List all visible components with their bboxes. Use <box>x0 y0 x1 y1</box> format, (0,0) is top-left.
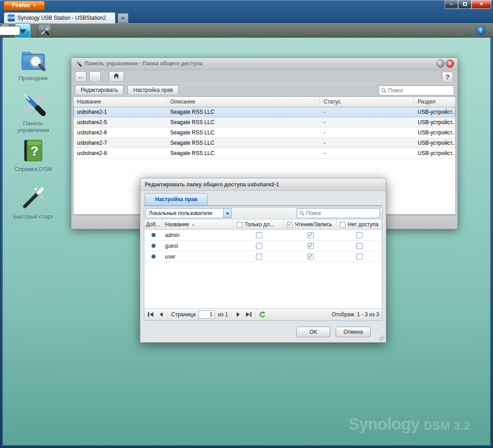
cell-username: admin <box>162 230 234 240</box>
window-controls: – × <box>445 0 491 9</box>
column-header[interactable]: Раздел <box>414 97 455 107</box>
refresh-icon <box>259 311 266 318</box>
read-only-all-checkbox[interactable] <box>237 222 242 228</box>
next-page-icon <box>236 312 240 317</box>
column-header[interactable]: Описание <box>167 97 320 107</box>
window-minimize-button[interactable] <box>437 60 445 68</box>
read-only-checkbox[interactable] <box>256 232 262 238</box>
dialog-body: Настройка прав Локальные пользователи <box>144 193 382 342</box>
cell-add <box>144 241 162 251</box>
firefox-window: Firefox▼ – × DSM Synology USB Station - … <box>0 0 493 448</box>
tools-icon <box>75 60 82 67</box>
browser-search-input[interactable] <box>0 26 18 35</box>
shares-search-input[interactable] <box>379 86 454 95</box>
cell-name: usbshare2-5 <box>74 117 167 127</box>
read-write-checkbox[interactable] <box>307 232 314 238</box>
next-page-button[interactable] <box>235 311 242 318</box>
users-search-box <box>297 208 380 218</box>
cancel-button[interactable]: Отмена <box>336 327 371 337</box>
no-access-checkbox[interactable] <box>356 243 363 249</box>
desktop-icon-file-browser[interactable]: Проводник <box>8 47 58 82</box>
control-panel-toolbar-button[interactable] <box>38 24 52 38</box>
column-header-no-access[interactable]: Нет доступа <box>337 220 382 229</box>
users-search-input[interactable] <box>297 209 380 218</box>
page-number-input[interactable] <box>199 310 215 319</box>
cell-description: Seagate RSS LLC <box>167 128 320 138</box>
tab-title: Synology USB Station - USBStation2 <box>17 15 106 21</box>
tools-icon <box>40 26 50 36</box>
control-panel-title: Панель управления - Папка общего доступа <box>85 60 203 67</box>
table-row[interactable]: usbshare2-7 Seagate RSS LLC - USB-устрой… <box>74 138 455 148</box>
new-tab-button[interactable]: + <box>117 13 129 23</box>
last-page-button[interactable] <box>245 311 252 318</box>
back-button[interactable]: ← <box>75 71 86 82</box>
forward-button[interactable]: → <box>89 71 101 82</box>
user-row[interactable]: guest <box>144 241 382 251</box>
read-write-checkbox[interactable] <box>307 243 314 249</box>
read-only-checkbox[interactable] <box>256 243 262 249</box>
user-type-dropdown[interactable]: Локальные пользователи <box>146 208 232 218</box>
resize-handle[interactable] <box>379 336 385 341</box>
no-access-all-checkbox[interactable] <box>340 222 346 228</box>
quick-start-icon <box>20 185 47 211</box>
desktop-icon-label: Справка DSM <box>8 166 58 172</box>
desktop-icon-label: Быстрый старт <box>8 213 58 220</box>
prev-page-button[interactable] <box>157 311 164 318</box>
browser-tab[interactable]: DSM Synology USB Station - USBStation2 <box>4 12 116 23</box>
chevron-down-icon <box>223 209 231 218</box>
cell-name: usbshare2-1 <box>74 107 167 117</box>
ok-button[interactable]: OK <box>296 327 330 337</box>
browser-search-box <box>0 26 20 35</box>
help-button[interactable]: ? <box>442 72 453 82</box>
maximize-icon <box>463 2 467 6</box>
table-row[interactable]: usbshare2-1 Seagate RSS LLC - USB-устрой… <box>74 107 455 117</box>
user-row[interactable]: user <box>144 251 382 262</box>
control-panel-navrow: ← → ? <box>71 70 458 83</box>
cell-username: guest <box>162 241 234 251</box>
column-header-read-only[interactable]: Только дл... <box>234 220 284 229</box>
tab-privileges-setup[interactable]: Настройка прав <box>145 193 208 205</box>
no-access-checkbox[interactable] <box>356 254 363 260</box>
no-access-checkbox[interactable] <box>356 232 363 238</box>
minimize-button[interactable]: – <box>445 0 458 9</box>
read-write-checkbox[interactable] <box>307 254 314 260</box>
read-only-checkbox[interactable] <box>256 254 262 260</box>
column-label: Только дл... <box>245 221 274 228</box>
column-header[interactable]: Название <box>74 97 167 107</box>
desktop-icon-quick-start[interactable]: Быстрый старт <box>8 185 58 220</box>
column-header[interactable]: Статус <box>320 97 414 107</box>
cell-volume: USB-устройст... <box>414 138 455 148</box>
read-write-all-checkbox[interactable] <box>287 222 293 228</box>
window-close-button[interactable]: × <box>446 60 454 68</box>
close-button[interactable]: × <box>471 0 491 9</box>
cell-add <box>144 230 162 240</box>
info-icon[interactable]: ! <box>476 26 485 35</box>
control-panel-titlebar[interactable]: Панель управления - Папка общего доступа… <box>71 58 458 70</box>
browser-toolbar: ! <box>0 23 493 38</box>
table-row[interactable]: usbshare2-8 Seagate RSS LLC - USB-устрой… <box>74 148 455 159</box>
column-header-name[interactable]: Название ▲ <box>162 220 234 229</box>
desktop-icon-label: Проводник <box>8 75 58 82</box>
edit-button[interactable]: Редактировать <box>75 85 124 95</box>
desktop-icon-dsm-help[interactable]: ? Справка DSM <box>8 137 58 172</box>
firefox-menu-button[interactable]: Firefox▼ <box>4 1 45 10</box>
first-page-button[interactable] <box>147 311 154 318</box>
cell-description: Seagate RSS LLC <box>167 117 320 127</box>
sort-asc-icon: ▲ <box>191 223 195 227</box>
cell-username: user <box>162 251 234 262</box>
table-row[interactable]: usbshare2-6 Seagate RSS LLC - USB-устрой… <box>74 128 455 138</box>
desktop-icon-control-panel[interactable]: Панель управления <box>8 90 58 134</box>
home-button[interactable] <box>109 71 124 82</box>
column-header-add[interactable]: Доб... <box>144 220 162 229</box>
privileges-setup-button[interactable]: Настройка прав <box>127 85 179 95</box>
dialog-tabstrip: Настройка прав <box>144 193 382 206</box>
maximize-button[interactable] <box>458 0 471 9</box>
table-row[interactable]: usbshare2-5 Seagate RSS LLC - USB-устрой… <box>74 117 455 128</box>
refresh-button[interactable] <box>259 311 266 318</box>
column-label: Нет доступа <box>348 221 378 228</box>
cell-description: Seagate RSS LLC <box>167 138 320 148</box>
user-row[interactable]: admin <box>144 230 382 241</box>
chevron-down-icon: ▼ <box>33 1 36 10</box>
dialog-titlebar[interactable]: Редактировать папку общего доступа usbsh… <box>140 178 386 191</box>
column-header-read-write[interactable]: Чтение/Запись <box>284 220 337 229</box>
